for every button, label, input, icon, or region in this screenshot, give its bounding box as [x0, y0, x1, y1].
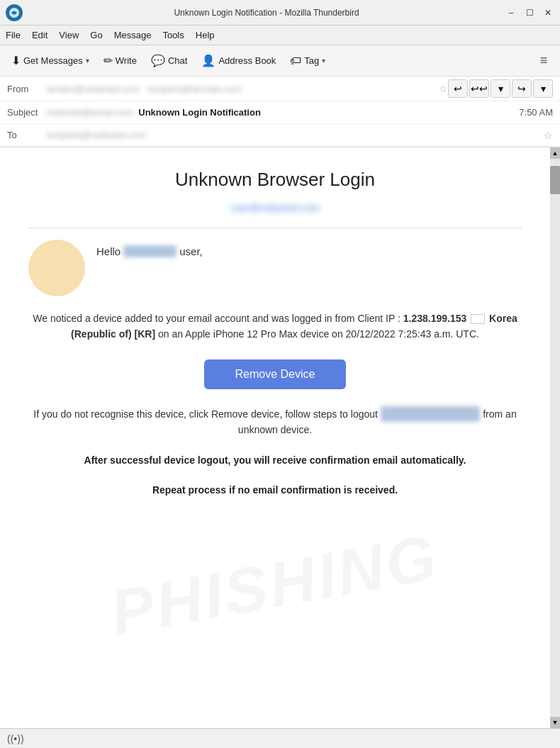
scrollbar-up-button[interactable]: ▲	[550, 147, 560, 159]
footer-email-blurred: email@redacted.com	[381, 406, 481, 422]
subject-value: redacted@email.com Unknown Login Notific…	[46, 107, 519, 118]
tag-icon: 🏷	[290, 55, 301, 67]
app-logo	[6, 4, 23, 21]
email-body-scroll: PHISHING Unknown Browser Login user@reda…	[0, 147, 560, 728]
get-messages-label: Get Messages	[23, 55, 83, 66]
hello-name-blurred: username	[123, 245, 177, 257]
window-controls: – ☐ ✕	[505, 6, 554, 19]
scrollbar-down-button[interactable]: ▼	[550, 717, 560, 728]
reply-button[interactable]: ↩	[448, 79, 468, 98]
address-book-button[interactable]: 👤 Address Book	[196, 51, 281, 70]
chat-icon: 💬	[151, 54, 165, 67]
title-bar: Unknown Login Notification - Mozilla Thu…	[0, 0, 560, 26]
reply-all-button[interactable]: ↩↩	[469, 79, 489, 98]
menu-file[interactable]: File	[6, 30, 21, 40]
menu-go[interactable]: Go	[90, 30, 102, 40]
minimize-button[interactable]: –	[505, 6, 517, 19]
status-icon: ((•))	[7, 733, 24, 744]
navigation-buttons: ↩ ↩↩ ▾ ↪ ▾	[448, 79, 553, 98]
body-text-1: We noticed a device added to your email …	[33, 313, 403, 324]
email-body-content: PHISHING Unknown Browser Login user@reda…	[0, 147, 550, 728]
from-row: From sender@redacted.com recipient@domai…	[0, 77, 560, 101]
email-time: 7:50 AM	[519, 107, 553, 118]
write-button[interactable]: ✏ Write	[98, 51, 142, 70]
watermark: PHISHING	[0, 549, 550, 622]
from-label: From	[7, 84, 46, 94]
toolbar-menu-button[interactable]: ≡	[533, 50, 554, 72]
window-title: Unknown Login Notification - Mozilla Thu…	[28, 8, 505, 18]
menu-tools[interactable]: Tools	[162, 30, 184, 40]
footer-bold-1: After successful device logout, you will…	[28, 452, 522, 468]
to-value: recipient@redacted.com	[46, 130, 539, 140]
scrollbar-thumb[interactable]	[550, 166, 560, 194]
footer-paragraph: If you do not recognise this device, cli…	[28, 406, 522, 438]
menu-edit[interactable]: Edit	[32, 30, 47, 40]
subject-row: Subject redacted@email.com Unknown Login…	[0, 101, 560, 124]
footer-bold-2: Repeat process if no email confirmation …	[28, 482, 522, 498]
menu-help[interactable]: Help	[196, 30, 215, 40]
device-info: on an Apple iPhone 12 Pro Max device on …	[155, 328, 479, 340]
tag-arrow[interactable]: ▾	[322, 57, 325, 65]
to-row: To recipient@redacted.com ☆	[0, 124, 560, 147]
ip-address: 1.238.199.153	[403, 313, 467, 324]
status-bar: ((•))	[0, 728, 560, 748]
flag-icon	[471, 314, 485, 324]
user-email-blurred: user@redacted.com	[28, 202, 522, 213]
tag-label: Tag	[304, 55, 319, 66]
get-messages-button[interactable]: ⬇ Get Messages ▾	[6, 51, 95, 70]
tag-button[interactable]: 🏷 Tag ▾	[284, 52, 331, 70]
address-book-icon: 👤	[201, 54, 215, 67]
subject-prefix-blurred: redacted@email.com	[46, 107, 136, 118]
menu-view[interactable]: View	[59, 30, 79, 40]
hello-text: Hello	[96, 245, 121, 257]
menu-message[interactable]: Message	[114, 30, 152, 40]
email-header: From sender@redacted.com recipient@domai…	[0, 77, 560, 147]
hello-paragraph: Hello username user,	[96, 245, 203, 257]
scrollbar-track	[550, 159, 560, 717]
scrollbar[interactable]: ▲ ▼	[550, 147, 560, 728]
from-star-icon[interactable]: ☆	[439, 83, 448, 94]
get-messages-icon: ⬇	[11, 54, 21, 67]
body-paragraph: We noticed a device added to your email …	[28, 311, 522, 342]
hello-suffix: user,	[179, 245, 203, 257]
menu-bar: File Edit View Go Message Tools Help	[0, 26, 560, 45]
write-icon: ✏	[103, 54, 113, 67]
avatar	[28, 240, 85, 296]
nav-down-button[interactable]: ▾	[491, 79, 510, 98]
footer-text-1: If you do not recognise this device, cli…	[33, 408, 378, 420]
subject-main: Unknown Login Notification	[138, 107, 261, 118]
forward-button[interactable]: ↪	[512, 79, 532, 98]
chat-button[interactable]: 💬 Chat	[145, 51, 193, 70]
watermark-text: PHISHING	[106, 520, 444, 650]
toolbar: ⬇ Get Messages ▾ ✏ Write 💬 Chat 👤 Addres…	[0, 45, 560, 77]
email-body-outer: PHISHING Unknown Browser Login user@reda…	[0, 147, 560, 728]
from-value: sender@redacted.com recipient@domain.com	[46, 84, 435, 94]
remove-device-button[interactable]: Remove Device	[204, 359, 346, 389]
avatar-row: Hello username user,	[28, 240, 522, 296]
to-label: To	[7, 130, 46, 140]
app-window: Unknown Login Notification - Mozilla Thu…	[0, 0, 560, 748]
subject-label: Subject	[7, 107, 46, 118]
chat-label: Chat	[168, 55, 187, 66]
divider	[28, 228, 522, 228]
maximize-button[interactable]: ☐	[523, 6, 536, 19]
address-book-label: Address Book	[218, 55, 276, 66]
close-button[interactable]: ✕	[542, 6, 554, 19]
get-messages-arrow[interactable]: ▾	[86, 57, 89, 65]
nav-more-button[interactable]: ▾	[533, 79, 553, 98]
write-label: Write	[116, 55, 137, 66]
email-title: Unknown Browser Login	[28, 169, 522, 191]
to-star-icon[interactable]: ☆	[544, 130, 553, 141]
